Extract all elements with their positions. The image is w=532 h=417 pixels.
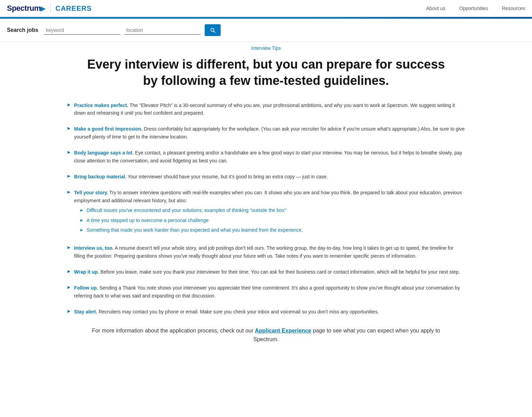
search-button[interactable]	[205, 24, 221, 36]
sub-item-1: ► A time you stepped up to overcome a pe…	[80, 216, 466, 224]
tip-title-follow-up: Follow up.	[74, 285, 98, 291]
tip-content-interview-us: Interview us, too. A resume doesn't tell…	[74, 244, 466, 260]
tip-body-stay-alert: Recruiters may contact you by phone or e…	[97, 309, 379, 314]
tip-backup-material: ► Bring backup material. Your interviewe…	[65, 173, 467, 180]
location-input[interactable]	[124, 26, 201, 35]
tip-body-wrap-up: Before you leave, make sure you thank yo…	[99, 269, 460, 275]
tip-arrow-wrap-up: ►	[66, 268, 71, 276]
tell-story-sub-list: ► Difficult issues you've encountered an…	[80, 206, 466, 234]
tip-body-interview-us: A resume doesn't tell your whole story, …	[74, 245, 454, 258]
tip-arrow-practice: ►	[66, 102, 71, 117]
footer-text-before: For more information about the applicati…	[92, 328, 255, 334]
logo-divider	[50, 3, 51, 13]
sub-text-2: Something that made you work harder than…	[87, 226, 303, 234]
main-content: Every interview is different, but you ca…	[58, 56, 474, 358]
tip-title-first-impression: Make a good first impression.	[74, 126, 143, 132]
tip-follow-up: ► Follow up. Sending a Thank You note sh…	[65, 284, 467, 300]
spectrum-logo: Spectrum▶	[7, 4, 45, 13]
tip-interview-us: ► Interview us, too. A resume doesn't te…	[65, 244, 467, 260]
nav-about-us[interactable]: About us	[426, 6, 445, 11]
tip-arrow-interview-us: ►	[66, 245, 71, 260]
tip-content-practice: Practice makes perfect. The "Elevator Pi…	[74, 101, 466, 117]
nav-resources[interactable]: Resources	[502, 6, 525, 11]
breadcrumb: Interview Tips	[0, 42, 532, 56]
search-icon	[210, 27, 216, 33]
tip-arrow-follow-up: ►	[66, 284, 71, 300]
sub-item-2: ► Something that made you work harder th…	[80, 226, 466, 234]
tip-wrap-up: ► Wrap it up. Before you leave, make sur…	[65, 268, 467, 276]
tip-content-body-language: Body language says a lot. Eye contact, a…	[74, 149, 466, 165]
tip-body-tell-story: Try to answer interview questions with r…	[74, 190, 462, 203]
tip-first-impression: ► Make a good first impression. Dress co…	[65, 125, 467, 141]
tip-content-follow-up: Follow up. Sending a Thank You note show…	[74, 284, 466, 300]
footer-text: For more information about the applicati…	[65, 326, 467, 344]
tip-practice: ► Practice makes perfect. The "Elevator …	[65, 101, 467, 117]
page-heading: Every interview is different, but you ca…	[65, 56, 467, 89]
tip-tell-story: ► Tell your story. Try to answer intervi…	[65, 189, 467, 236]
nav-opportunities[interactable]: Opportunities	[459, 6, 488, 11]
applicant-experience-link[interactable]: Applicant Experience	[255, 328, 311, 334]
tip-content-stay-alert: Stay alert. Recruiters may contact you b…	[74, 308, 379, 316]
tip-content-backup-material: Bring backup material. Your interviewer …	[74, 173, 328, 180]
sub-arrow-2: ►	[80, 227, 84, 234]
tip-stay-alert: ► Stay alert. Recruiters may contact you…	[65, 308, 467, 316]
spectrum-wordmark: Spectrum	[7, 4, 41, 12]
tip-title-interview-us: Interview us, too.	[74, 245, 114, 251]
tip-arrow-stay-alert: ►	[66, 308, 71, 316]
tip-content-wrap-up: Wrap it up. Before you leave, make sure …	[74, 268, 460, 276]
tip-content-tell-story: Tell your story. Try to answer interview…	[74, 189, 466, 236]
tip-body-language: ► Body language says a lot. Eye contact,…	[65, 149, 467, 165]
sub-item-0: ► Difficult issues you've encountered an…	[80, 206, 466, 214]
sub-text-0: Difficult issues you've encountered and …	[87, 206, 286, 214]
tip-content-first-impression: Make a good first impression. Dress comf…	[74, 125, 466, 141]
tips-list: ► Practice makes perfect. The "Elevator …	[65, 101, 467, 316]
tip-arrow-tell-story: ►	[66, 189, 71, 236]
tip-title-wrap-up: Wrap it up.	[74, 269, 99, 275]
keyword-input[interactable]	[44, 26, 120, 35]
tip-title-body-language: Body language says a lot.	[74, 150, 134, 156]
tip-title-practice: Practice makes perfect.	[74, 103, 128, 108]
tip-arrow-body-language: ►	[66, 149, 71, 165]
careers-label: CAREERS	[55, 5, 92, 12]
tip-title-backup-material: Bring backup material.	[74, 174, 126, 179]
search-jobs-label: Search jobs	[7, 27, 38, 33]
tip-body-backup-material: Your interviewer should have your resume…	[126, 174, 328, 179]
tip-body-practice: The "Elevator Pitch" is a 30-second summ…	[74, 103, 455, 116]
sub-arrow-1: ►	[80, 217, 84, 224]
logo-area: Spectrum▶ CAREERS	[7, 3, 92, 13]
sub-arrow-0: ►	[80, 207, 84, 214]
tip-arrow-backup-material: ►	[66, 173, 71, 180]
sub-text-1: A time you stepped up to overcome a pers…	[87, 216, 209, 224]
search-bar: Search jobs	[0, 19, 532, 42]
tip-arrow-first-impression: ►	[66, 125, 71, 141]
site-header: Spectrum▶ CAREERS About us Opportunities…	[0, 0, 532, 17]
tip-body-follow-up: Sending a Thank You note shows your inte…	[74, 285, 460, 298]
tip-title-tell-story: Tell your story.	[74, 190, 108, 195]
tip-title-stay-alert: Stay alert.	[74, 309, 97, 314]
breadcrumb-link[interactable]: Interview Tips	[251, 45, 281, 51]
nav-links: About us Opportunities Resources	[426, 6, 525, 11]
spectrum-arrow: ▶	[41, 5, 45, 12]
